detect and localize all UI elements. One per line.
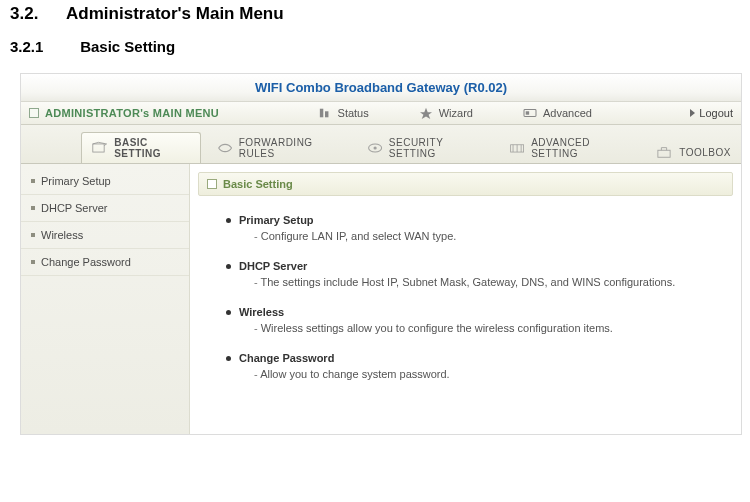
- window-title: WIFI Combo Broadband Gateway (R0.02): [21, 74, 741, 102]
- basic-setting-icon: [92, 141, 108, 155]
- tab-label: BASIC SETTING: [114, 137, 189, 159]
- nav-wizard[interactable]: Wizard: [419, 107, 473, 119]
- main-panel: Basic Setting Primary Setup Configure LA…: [190, 164, 741, 434]
- sidebar-item-change-password[interactable]: Change Password: [21, 249, 189, 276]
- top-bar: ADMINISTRATOR's MAIN MENU Status Wizard …: [21, 102, 741, 125]
- panel-heading: Basic Setting: [198, 172, 733, 196]
- sidebar-item-dhcp-server[interactable]: DHCP Server: [21, 195, 189, 222]
- status-icon: [318, 107, 332, 119]
- main-menu-label: ADMINISTRATOR's MAIN MENU: [45, 107, 219, 119]
- sidebar-item-wireless[interactable]: Wireless: [21, 222, 189, 249]
- nav-advanced-label: Advanced: [543, 107, 592, 119]
- sidebar-item-label: DHCP Server: [41, 202, 107, 214]
- sidebar-item-label: Change Password: [41, 256, 131, 268]
- security-icon: [367, 141, 383, 155]
- svg-rect-5: [93, 144, 104, 152]
- bullet-icon: [31, 260, 35, 264]
- tab-advanced-setting[interactable]: ADVANCED SETTING: [499, 133, 639, 163]
- sidebar-item-label: Primary Setup: [41, 175, 111, 187]
- panel-body: Primary Setup Configure LAN IP, and sele…: [198, 196, 733, 408]
- tab-label: ADVANCED SETTING: [531, 137, 629, 159]
- tab-strip: BASIC SETTING FORWARDING RULES SECURITY …: [21, 125, 741, 164]
- tab-forwarding-rules[interactable]: FORWARDING RULES: [207, 133, 351, 163]
- section-heading-3-2: 3.2. Administrator's Main Menu: [10, 4, 740, 24]
- svg-point-7: [373, 146, 376, 149]
- panel-item-wireless: Wireless Wireless settings allow you to …: [226, 306, 725, 334]
- advanced-setting-icon: [509, 141, 525, 155]
- sidebar-item-label: Wireless: [41, 229, 83, 241]
- svg-rect-1: [325, 111, 328, 117]
- panel-item-title: Primary Setup: [239, 214, 314, 226]
- panel-item-dhcp-server: DHCP Server The settings include Host IP…: [226, 260, 725, 288]
- panel-item-change-password: Change Password Allow you to change syst…: [226, 352, 725, 380]
- logout-button[interactable]: Logout: [690, 107, 733, 119]
- nav-wizard-label: Wizard: [439, 107, 473, 119]
- bullet-icon: [31, 179, 35, 183]
- section-title: Administrator's Main Menu: [66, 4, 284, 23]
- forwarding-icon: [217, 141, 233, 155]
- panel-item-title: Change Password: [239, 352, 334, 364]
- tab-label: SECURITY SETTING: [389, 137, 483, 159]
- nav-advanced[interactable]: Advanced: [523, 107, 592, 119]
- panel-item-desc: The settings include Host IP, Subnet Mas…: [254, 276, 725, 288]
- panel-item-primary-setup: Primary Setup Configure LAN IP, and sele…: [226, 214, 725, 242]
- tab-toolbox[interactable]: TOOLBOX: [645, 141, 741, 163]
- svg-marker-2: [420, 108, 432, 119]
- panel-item-desc: Wireless settings allow you to configure…: [254, 322, 725, 334]
- bullet-icon: [31, 233, 35, 237]
- toolbox-icon: [655, 145, 673, 159]
- logout-arrow-icon: [690, 109, 695, 117]
- advanced-icon: [523, 107, 537, 119]
- tab-security-setting[interactable]: SECURITY SETTING: [357, 133, 493, 163]
- panel-item-desc: Allow you to change system password.: [254, 368, 725, 380]
- nav-status[interactable]: Status: [318, 107, 369, 119]
- nav-status-label: Status: [338, 107, 369, 119]
- panel-item-title: DHCP Server: [239, 260, 307, 272]
- svg-rect-0: [319, 109, 322, 118]
- sidebar: Primary Setup DHCP Server Wireless Chang…: [21, 164, 190, 434]
- menu-square-icon: [29, 108, 39, 118]
- subsection-title: Basic Setting: [80, 38, 175, 55]
- panel-item-desc: Configure LAN IP, and select WAN type.: [254, 230, 725, 242]
- logout-label: Logout: [699, 107, 733, 119]
- wizard-icon: [419, 107, 433, 119]
- panel-heading-box-icon: [207, 179, 217, 189]
- section-heading-3-2-1: 3.2.1 Basic Setting: [10, 38, 740, 55]
- panel-heading-label: Basic Setting: [223, 178, 293, 190]
- bullet-icon: [31, 206, 35, 210]
- subsection-number: 3.2.1: [10, 38, 76, 55]
- tab-label: TOOLBOX: [679, 147, 731, 158]
- section-number: 3.2.: [10, 4, 62, 24]
- panel-item-title: Wireless: [239, 306, 284, 318]
- svg-rect-4: [526, 111, 529, 114]
- tab-label: FORWARDING RULES: [239, 137, 341, 159]
- sidebar-item-primary-setup[interactable]: Primary Setup: [21, 168, 189, 195]
- router-admin-ui: WIFI Combo Broadband Gateway (R0.02) ADM…: [20, 73, 742, 435]
- svg-rect-12: [658, 150, 670, 157]
- tab-basic-setting[interactable]: BASIC SETTING: [81, 132, 201, 163]
